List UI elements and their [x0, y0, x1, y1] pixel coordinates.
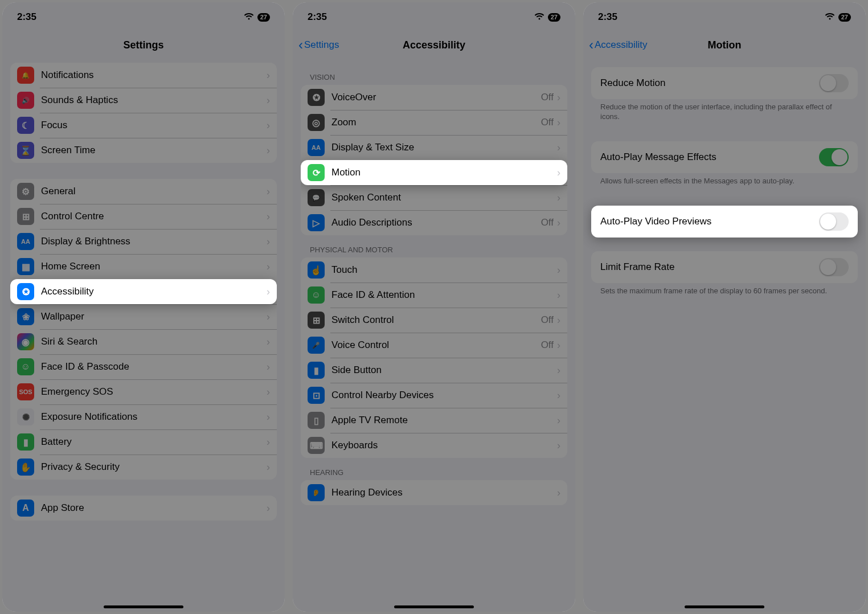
chevron-right-icon: ›: [267, 311, 270, 323]
back-button[interactable]: ‹ Settings: [298, 39, 339, 51]
toggle-switch[interactable]: [819, 74, 849, 92]
chevron-right-icon: ›: [557, 217, 560, 229]
toggle-switch[interactable]: [819, 212, 849, 231]
settings-row[interactable]: 🎤Voice ControlOff›: [301, 333, 567, 358]
section-footer: Allows full-screen effects in the Messag…: [591, 173, 858, 192]
row-label: Side Button: [331, 365, 557, 376]
row-label: Screen Time: [41, 145, 267, 156]
row-icon: ◎: [308, 114, 325, 131]
row-icon: ✪: [308, 89, 325, 106]
settings-row[interactable]: AADisplay & Text Size›: [301, 135, 567, 160]
row-value: Off: [541, 217, 554, 228]
row-label: Motion: [331, 167, 557, 178]
settings-row[interactable]: 💬Spoken Content›: [301, 185, 567, 210]
home-indicator[interactable]: [685, 605, 764, 608]
settings-row[interactable]: ✪Accessibility›: [10, 279, 277, 304]
row-icon: 💬: [308, 189, 325, 206]
settings-row[interactable]: AADisplay & Brightness›: [10, 229, 277, 254]
chevron-right-icon: ›: [557, 365, 560, 376]
settings-row[interactable]: ✋Privacy & Security›: [10, 455, 277, 480]
settings-row[interactable]: 🔊Sounds & Haptics›: [10, 88, 277, 113]
row-value: Off: [541, 92, 554, 103]
settings-row[interactable]: ⊞Control Centre›: [10, 204, 277, 229]
row-label: Display & Brightness: [41, 236, 267, 247]
settings-row[interactable]: ⌛Screen Time›: [10, 138, 277, 163]
chevron-right-icon: ›: [267, 386, 270, 398]
toggle-row[interactable]: Reduce Motion: [591, 67, 858, 99]
row-icon: ▦: [17, 258, 34, 275]
settings-row[interactable]: ✺Exposure Notifications›: [10, 404, 277, 429]
chevron-right-icon: ›: [557, 440, 560, 452]
row-icon: 🎤: [308, 337, 325, 354]
row-label: Limit Frame Rate: [600, 261, 819, 273]
chevron-right-icon: ›: [267, 461, 270, 473]
screen-accessibility: 2:35 27 ‹ Settings Accessibility VISION …: [293, 2, 575, 612]
toggle-row[interactable]: Auto-Play Video Previews: [591, 206, 858, 238]
chevron-right-icon: ›: [267, 211, 270, 223]
chevron-right-icon: ›: [267, 236, 270, 248]
toggle-row[interactable]: Auto-Play Message Effects: [591, 141, 858, 173]
chevron-right-icon: ›: [557, 264, 560, 276]
wifi-icon: [534, 11, 544, 23]
settings-row[interactable]: ☾Focus›: [10, 113, 277, 138]
settings-row[interactable]: ☺Face ID & Attention›: [301, 283, 567, 308]
row-icon: ▮: [17, 433, 34, 451]
settings-row[interactable]: ⚙General›: [10, 179, 277, 204]
row-label: General: [41, 186, 267, 197]
chevron-right-icon: ›: [557, 415, 560, 427]
row-icon: ⊞: [308, 312, 325, 329]
row-icon: 🔔: [17, 67, 34, 84]
row-label: Display & Text Size: [331, 142, 557, 153]
row-label: Hearing Devices: [331, 487, 557, 498]
row-label: Home Screen: [41, 261, 267, 272]
row-icon: ⌛: [17, 142, 34, 159]
settings-row[interactable]: ☝Touch›: [301, 257, 567, 283]
row-icon: ▷: [308, 214, 325, 231]
status-time: 2:35: [308, 11, 327, 23]
toggle-switch[interactable]: [819, 258, 849, 276]
settings-row[interactable]: ▦Home Screen›: [10, 254, 277, 279]
settings-row[interactable]: ❀Wallpaper›: [10, 304, 277, 329]
chevron-right-icon: ›: [557, 117, 560, 129]
settings-row[interactable]: ✪VoiceOverOff›: [301, 85, 567, 110]
settings-row[interactable]: ◉Siri & Search›: [10, 329, 277, 354]
row-label: Focus: [41, 120, 267, 131]
row-label: Siri & Search: [41, 336, 267, 347]
chevron-right-icon: ›: [557, 487, 560, 499]
settings-row[interactable]: 👂Hearing Devices›: [301, 480, 567, 505]
settings-row[interactable]: ⌨Keyboards›: [301, 433, 567, 458]
battery-level: 27: [548, 13, 560, 22]
toggle-row[interactable]: Limit Frame Rate: [591, 251, 858, 283]
chevron-right-icon: ›: [267, 120, 270, 132]
chevron-right-icon: ›: [557, 289, 560, 301]
toggle-switch[interactable]: [819, 148, 849, 166]
home-indicator[interactable]: [394, 605, 474, 608]
section-header-hearing: HEARING: [301, 458, 567, 480]
settings-row[interactable]: ▮Battery›: [10, 429, 277, 455]
row-icon: A: [17, 500, 34, 517]
row-value: Off: [541, 314, 554, 326]
section-header-vision: VISION: [301, 63, 567, 85]
row-label: Auto-Play Message Effects: [600, 152, 819, 163]
home-indicator[interactable]: [104, 605, 183, 608]
settings-row[interactable]: SOSEmergency SOS›: [10, 379, 277, 404]
settings-row[interactable]: ▮Side Button›: [301, 358, 567, 383]
back-label: Settings: [304, 39, 339, 51]
settings-row[interactable]: AApp Store›: [10, 496, 277, 521]
section-footer: Sets the maximum frame rate of the displ…: [591, 283, 858, 302]
chevron-right-icon: ›: [267, 361, 270, 373]
row-label: Accessibility: [41, 286, 267, 297]
settings-row[interactable]: ⟳Motion›: [301, 160, 567, 185]
settings-row[interactable]: ▯Apple TV Remote›: [301, 408, 567, 433]
settings-row[interactable]: ◎ZoomOff›: [301, 110, 567, 135]
settings-row[interactable]: ☺Face ID & Passcode›: [10, 354, 277, 379]
row-icon: SOS: [17, 383, 34, 400]
settings-row[interactable]: ⊞Switch ControlOff›: [301, 308, 567, 333]
row-label: App Store: [41, 502, 267, 514]
row-icon: ▮: [308, 362, 325, 379]
settings-row[interactable]: 🔔Notifications›: [10, 63, 277, 88]
back-button[interactable]: ‹ Accessibility: [589, 39, 648, 51]
settings-row[interactable]: ⊡Control Nearby Devices›: [301, 383, 567, 408]
row-icon: ⟳: [308, 164, 325, 181]
settings-row[interactable]: ▷Audio DescriptionsOff›: [301, 210, 567, 235]
